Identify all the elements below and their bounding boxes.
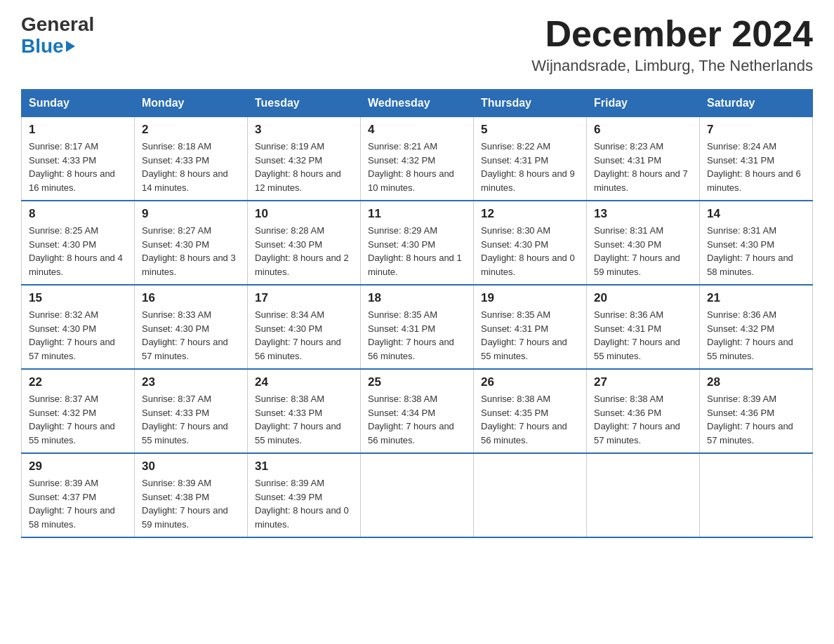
day-info: Sunrise: 8:21 AMSunset: 4:32 PMDaylight:… (368, 140, 466, 194)
calendar-day-cell: 8 Sunrise: 8:25 AMSunset: 4:30 PMDayligh… (22, 201, 135, 285)
day-info: Sunrise: 8:27 AMSunset: 4:30 PMDaylight:… (142, 224, 240, 279)
month-title: December 2024 (531, 14, 813, 54)
location-title: Wijnandsrade, Limburg, The Netherlands (531, 57, 813, 75)
day-number: 10 (255, 207, 353, 221)
day-info: Sunrise: 8:19 AMSunset: 4:32 PMDaylight:… (255, 140, 353, 194)
day-info: Sunrise: 8:34 AMSunset: 4:30 PMDaylight:… (255, 308, 353, 363)
day-info: Sunrise: 8:39 AMSunset: 4:39 PMDaylight:… (255, 476, 353, 531)
calendar-day-cell (474, 453, 587, 537)
logo-general-text: General (21, 13, 94, 35)
calendar-day-cell: 5 Sunrise: 8:22 AMSunset: 4:31 PMDayligh… (474, 117, 587, 201)
day-of-week-header: Wednesday (361, 90, 474, 117)
calendar-day-cell: 4 Sunrise: 8:21 AMSunset: 4:32 PMDayligh… (361, 117, 474, 201)
calendar-day-cell: 27 Sunrise: 8:38 AMSunset: 4:36 PMDaylig… (587, 369, 700, 453)
calendar-day-cell: 11 Sunrise: 8:29 AMSunset: 4:30 PMDaylig… (361, 201, 474, 285)
calendar-day-cell: 25 Sunrise: 8:38 AMSunset: 4:34 PMDaylig… (361, 369, 474, 453)
day-number: 1 (29, 123, 127, 137)
calendar-header-row: SundayMondayTuesdayWednesdayThursdayFrid… (22, 90, 813, 117)
calendar-day-cell (361, 453, 474, 537)
day-number: 31 (255, 459, 353, 474)
title-area: December 2024 Wijnandsrade, Limburg, The… (531, 14, 813, 75)
day-info: Sunrise: 8:23 AMSunset: 4:31 PMDaylight:… (594, 140, 692, 194)
day-info: Sunrise: 8:28 AMSunset: 4:30 PMDaylight:… (255, 224, 353, 279)
day-info: Sunrise: 8:38 AMSunset: 4:34 PMDaylight:… (368, 392, 466, 447)
calendar-day-cell: 20 Sunrise: 8:36 AMSunset: 4:31 PMDaylig… (587, 285, 700, 369)
day-of-week-header: Thursday (474, 90, 587, 117)
day-of-week-header: Sunday (22, 90, 135, 117)
calendar-day-cell: 18 Sunrise: 8:35 AMSunset: 4:31 PMDaylig… (361, 285, 474, 369)
calendar-day-cell: 22 Sunrise: 8:37 AMSunset: 4:32 PMDaylig… (22, 369, 135, 453)
day-number: 30 (142, 459, 240, 474)
day-info: Sunrise: 8:18 AMSunset: 4:33 PMDaylight:… (142, 140, 240, 194)
day-number: 3 (255, 123, 353, 137)
day-info: Sunrise: 8:39 AMSunset: 4:38 PMDaylight:… (142, 476, 240, 531)
page-header: General Blue December 2024 Wijnandsrade,… (21, 14, 813, 75)
day-number: 12 (481, 207, 579, 221)
day-number: 8 (29, 207, 127, 221)
calendar-day-cell: 17 Sunrise: 8:34 AMSunset: 4:30 PMDaylig… (248, 285, 361, 369)
day-info: Sunrise: 8:38 AMSunset: 4:35 PMDaylight:… (481, 392, 579, 447)
day-of-week-header: Monday (135, 90, 248, 117)
day-of-week-header: Saturday (700, 90, 813, 117)
calendar-day-cell: 28 Sunrise: 8:39 AMSunset: 4:36 PMDaylig… (700, 369, 813, 453)
day-number: 22 (29, 375, 127, 389)
day-info: Sunrise: 8:39 AMSunset: 4:37 PMDaylight:… (29, 476, 127, 531)
day-info: Sunrise: 8:35 AMSunset: 4:31 PMDaylight:… (368, 308, 466, 363)
day-info: Sunrise: 8:36 AMSunset: 4:32 PMDaylight:… (707, 308, 805, 363)
day-of-week-header: Tuesday (248, 90, 361, 117)
day-number: 9 (142, 207, 240, 221)
calendar-day-cell: 6 Sunrise: 8:23 AMSunset: 4:31 PMDayligh… (587, 117, 700, 201)
calendar-day-cell: 7 Sunrise: 8:24 AMSunset: 4:31 PMDayligh… (700, 117, 813, 201)
day-info: Sunrise: 8:35 AMSunset: 4:31 PMDaylight:… (481, 308, 579, 363)
day-info: Sunrise: 8:22 AMSunset: 4:31 PMDaylight:… (481, 140, 579, 194)
calendar-day-cell: 24 Sunrise: 8:38 AMSunset: 4:33 PMDaylig… (248, 369, 361, 453)
calendar-day-cell (700, 453, 813, 537)
logo-triangle-icon (66, 41, 75, 52)
calendar-day-cell: 10 Sunrise: 8:28 AMSunset: 4:30 PMDaylig… (248, 201, 361, 285)
calendar-day-cell: 23 Sunrise: 8:37 AMSunset: 4:33 PMDaylig… (135, 369, 248, 453)
logo: General Blue (21, 14, 94, 58)
day-number: 5 (481, 123, 579, 137)
calendar-day-cell: 29 Sunrise: 8:39 AMSunset: 4:37 PMDaylig… (22, 453, 135, 537)
calendar-day-cell: 14 Sunrise: 8:31 AMSunset: 4:30 PMDaylig… (700, 201, 813, 285)
calendar-day-cell: 31 Sunrise: 8:39 AMSunset: 4:39 PMDaylig… (248, 453, 361, 537)
calendar-day-cell: 15 Sunrise: 8:32 AMSunset: 4:30 PMDaylig… (22, 285, 135, 369)
calendar-table: SundayMondayTuesdayWednesdayThursdayFrid… (21, 89, 813, 538)
day-info: Sunrise: 8:25 AMSunset: 4:30 PMDaylight:… (29, 224, 127, 279)
day-number: 19 (481, 291, 579, 305)
day-info: Sunrise: 8:29 AMSunset: 4:30 PMDaylight:… (368, 224, 466, 279)
day-info: Sunrise: 8:37 AMSunset: 4:32 PMDaylight:… (29, 392, 127, 447)
day-info: Sunrise: 8:24 AMSunset: 4:31 PMDaylight:… (707, 140, 805, 194)
calendar-week-row: 29 Sunrise: 8:39 AMSunset: 4:37 PMDaylig… (22, 453, 813, 537)
calendar-week-row: 1 Sunrise: 8:17 AMSunset: 4:33 PMDayligh… (22, 117, 813, 201)
calendar-day-cell: 2 Sunrise: 8:18 AMSunset: 4:33 PMDayligh… (135, 117, 248, 201)
day-info: Sunrise: 8:39 AMSunset: 4:36 PMDaylight:… (707, 392, 805, 447)
day-number: 18 (368, 291, 466, 305)
calendar-day-cell: 26 Sunrise: 8:38 AMSunset: 4:35 PMDaylig… (474, 369, 587, 453)
calendar-day-cell: 3 Sunrise: 8:19 AMSunset: 4:32 PMDayligh… (248, 117, 361, 201)
day-number: 17 (255, 291, 353, 305)
day-number: 21 (707, 291, 805, 305)
day-number: 6 (594, 123, 692, 137)
calendar-day-cell: 1 Sunrise: 8:17 AMSunset: 4:33 PMDayligh… (22, 117, 135, 201)
calendar-week-row: 15 Sunrise: 8:32 AMSunset: 4:30 PMDaylig… (22, 285, 813, 369)
calendar-week-row: 8 Sunrise: 8:25 AMSunset: 4:30 PMDayligh… (22, 201, 813, 285)
calendar-day-cell: 21 Sunrise: 8:36 AMSunset: 4:32 PMDaylig… (700, 285, 813, 369)
day-info: Sunrise: 8:37 AMSunset: 4:33 PMDaylight:… (142, 392, 240, 447)
day-info: Sunrise: 8:31 AMSunset: 4:30 PMDaylight:… (594, 224, 692, 279)
day-info: Sunrise: 8:38 AMSunset: 4:36 PMDaylight:… (594, 392, 692, 447)
day-number: 2 (142, 123, 240, 137)
day-number: 20 (594, 291, 692, 305)
day-number: 27 (594, 375, 692, 389)
day-info: Sunrise: 8:32 AMSunset: 4:30 PMDaylight:… (29, 308, 127, 363)
calendar-day-cell: 19 Sunrise: 8:35 AMSunset: 4:31 PMDaylig… (474, 285, 587, 369)
day-number: 14 (707, 207, 805, 221)
day-number: 28 (707, 375, 805, 389)
day-info: Sunrise: 8:31 AMSunset: 4:30 PMDaylight:… (707, 224, 805, 279)
calendar-day-cell: 30 Sunrise: 8:39 AMSunset: 4:38 PMDaylig… (135, 453, 248, 537)
day-number: 26 (481, 375, 579, 389)
day-info: Sunrise: 8:17 AMSunset: 4:33 PMDaylight:… (29, 140, 127, 194)
day-number: 7 (707, 123, 805, 137)
calendar-day-cell: 9 Sunrise: 8:27 AMSunset: 4:30 PMDayligh… (135, 201, 248, 285)
day-number: 13 (594, 207, 692, 221)
